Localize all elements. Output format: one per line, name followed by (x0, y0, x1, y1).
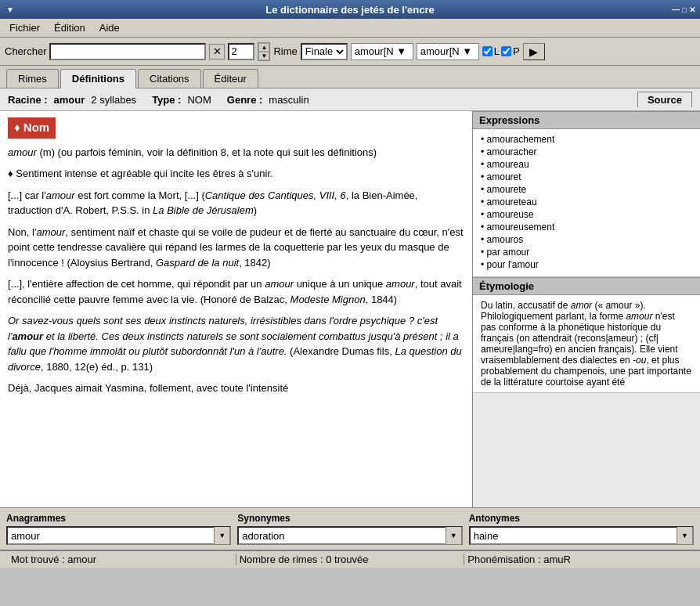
title-arrow: ▼ (6, 5, 14, 14)
expr-6: • amoureuse (481, 209, 692, 220)
anagrammes-arrow[interactable]: ▼ (214, 527, 229, 544)
minimize-btn[interactable]: — (672, 5, 680, 14)
nom-header: ♦ Nom (8, 117, 56, 139)
status-phon: Phonémisation : amuR (464, 554, 692, 565)
check-p-box[interactable] (501, 46, 511, 56)
anagrammes-value: amour (8, 530, 214, 542)
type-label: Type : (152, 94, 181, 106)
expr-2: • amoureau (481, 159, 692, 170)
synonymes-dropdown[interactable]: adoration ▼ (237, 526, 462, 545)
spin-buttons[interactable]: ▲ ▼ (258, 42, 270, 61)
definition-p4: [...], l'entière affection de cet homme,… (8, 276, 464, 307)
content-area: ♦ Nom amour (m) (ou parfois féminin, voi… (0, 111, 700, 507)
synonymes-label: Synonymes (237, 513, 462, 524)
spin-up[interactable]: ▲ (258, 43, 269, 52)
status-phon-label: Phonémisation : (467, 554, 543, 565)
rime-select[interactable]: Finale (301, 43, 348, 60)
clear-button[interactable]: ✕ (209, 44, 225, 60)
status-mot-label: Mot trouvé : (11, 554, 67, 565)
restore-btn[interactable]: □ (682, 5, 687, 14)
expr-3: • amouret (481, 171, 692, 182)
status-rimes: Nombre de rimes : 0 trouvée (236, 554, 465, 565)
check-l-box[interactable] (482, 46, 493, 56)
close-btn[interactable]: ✕ (689, 5, 695, 14)
status-rimes-label: Nombre de rimes : (240, 554, 327, 565)
bottom-section: Anagrammes amour ▼ Synonymes adoration ▼… (0, 507, 700, 550)
status-mot: Mot trouvé : amour (8, 554, 236, 565)
tab-rimes[interactable]: Rimes (6, 69, 59, 88)
antonymes-dropdown[interactable]: haine ▼ (469, 526, 694, 545)
antonymes-arrow[interactable]: ▼ (677, 527, 692, 544)
tabs: Rimes Définitions Citations Éditeur (0, 66, 700, 88)
play-button[interactable]: ▶ (523, 43, 545, 60)
definition-p5: Or savez-vous quels sont ses deux instin… (8, 313, 464, 374)
antonymes-label: Antonymes (469, 513, 694, 524)
expr-1: • amouracher (481, 146, 692, 157)
check-l-label: L (494, 45, 500, 57)
definition-p1: ♦ Sentiment intense et agréable qui inci… (8, 166, 464, 182)
expressions-content: • amourachement • amouracher • amoureau … (473, 129, 700, 277)
dropdown1[interactable]: amour[N ▼ (351, 43, 413, 60)
status-phon-value: amuR (543, 554, 571, 565)
spin-down[interactable]: ▼ (258, 52, 269, 60)
antonymes-value: haine (471, 530, 677, 542)
etymologie-content: Du latin, accusatif de amor (« amour »).… (473, 295, 700, 393)
left-panel[interactable]: ♦ Nom amour (m) (ou parfois féminin, voi… (0, 111, 473, 507)
expr-5: • amoureteau (481, 197, 692, 207)
definition-p6: Déjà, Jacques aimait Yasmina, follement,… (8, 381, 464, 396)
title-bar: ▼ Le dictionnaire des jetés de l'encre —… (0, 0, 700, 19)
definition-p2: [...] car l'amour est fort comme la Mort… (8, 188, 464, 218)
menu-aide[interactable]: Aide (93, 20, 126, 35)
search-label: Chercher (5, 45, 46, 57)
number-input[interactable]: 2 (228, 43, 254, 60)
menu-fichier[interactable]: Fichier (3, 20, 46, 35)
menu-bar: Fichier Édition Aide (0, 19, 700, 38)
expr-0: • amourachement (481, 134, 692, 145)
syllables: 2 syllabes (91, 94, 136, 106)
racine-label: Racine : (8, 94, 48, 106)
rime-label: Rime (273, 45, 297, 57)
tab-editeur[interactable]: Éditeur (203, 69, 258, 88)
source-tab[interactable]: Source (637, 92, 692, 107)
right-panel[interactable]: Expressions • amourachement • amouracher… (473, 111, 700, 507)
word-info-bar: Racine : amour 2 syllabes Type : NOM Gen… (0, 88, 700, 111)
anagrammes-group: Anagrammes amour ▼ (6, 513, 231, 545)
search-input[interactable] (49, 43, 206, 60)
status-rimes-value: 0 trouvée (326, 554, 368, 565)
expr-4: • amourete (481, 184, 692, 195)
tab-citations[interactable]: Citations (138, 69, 201, 88)
antonymes-group: Antonymes haine ▼ (469, 513, 694, 545)
etymologie-title: Étymologie (473, 277, 700, 295)
window-controls[interactable]: — □ ✕ (672, 5, 695, 14)
racine-value: amour (54, 94, 85, 106)
synonymes-arrow[interactable]: ▼ (446, 527, 461, 544)
definition-p3: Non, l'amour, sentiment naïf et chaste q… (8, 225, 464, 271)
expressions-title: Expressions (473, 111, 700, 129)
dropdown2-value: amour[N ▼ (420, 45, 472, 57)
check-p-label: P (513, 45, 520, 57)
window-title: Le dictionnaire des jetés de l'encre (265, 4, 435, 16)
menu-edition[interactable]: Édition (48, 20, 92, 35)
expr-8: • amouros (481, 234, 692, 245)
anagrammes-dropdown[interactable]: amour ▼ (6, 526, 231, 545)
dropdown1-value: amour[N ▼ (355, 45, 406, 57)
tab-definitions[interactable]: Définitions (60, 69, 136, 88)
dropdown2[interactable]: amour[N ▼ (417, 43, 479, 60)
expr-10: • pour l'amour (481, 259, 692, 270)
definition-p0: amour (m) (ou parfois féminin, voir la d… (8, 145, 464, 161)
type-value: NOM (187, 94, 211, 106)
genre-value: masculin (269, 94, 309, 106)
synonymes-value: adoration (239, 530, 445, 542)
toolbar: Chercher ✕ 2 ▲ ▼ Rime Finale amour[N ▼ a… (0, 38, 700, 66)
anagrammes-label: Anagrammes (6, 513, 231, 524)
status-bar: Mot trouvé : amour Nombre de rimes : 0 t… (0, 550, 700, 568)
check-area: L P (482, 45, 520, 57)
expr-9: • par amour (481, 247, 692, 258)
genre-label: Genre : (227, 94, 263, 106)
synonymes-group: Synonymes adoration ▼ (237, 513, 462, 545)
status-mot-value: amour (67, 554, 96, 565)
expr-7: • amoureusement (481, 222, 692, 233)
